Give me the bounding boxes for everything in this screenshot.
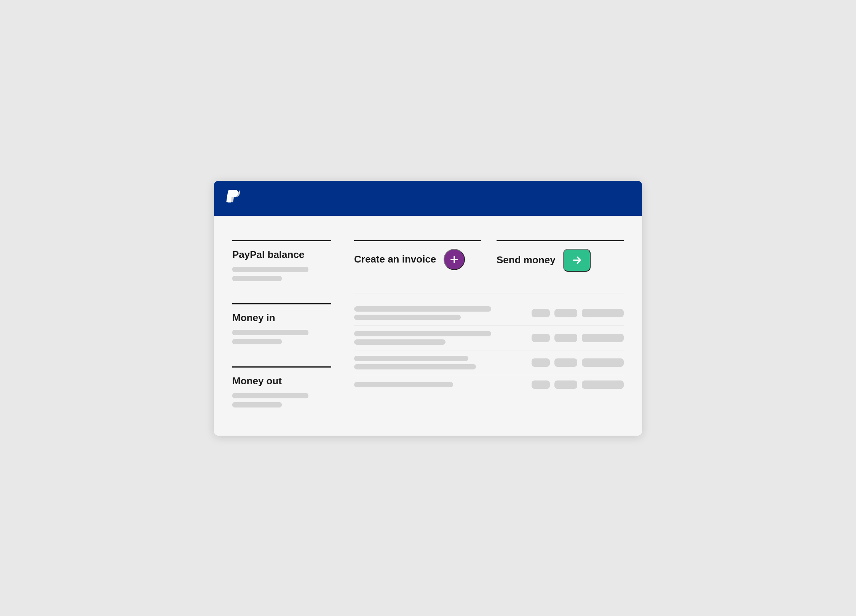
transaction-meta xyxy=(532,309,624,317)
money-in-skeleton-2 xyxy=(232,339,282,344)
money-in-section: Money in xyxy=(232,294,339,357)
money-out-section: Money out xyxy=(232,357,339,420)
main-content: PayPal balance Money in Money out xyxy=(214,216,642,436)
card-gap xyxy=(481,231,497,281)
money-out-divider xyxy=(232,366,331,368)
balance-divider xyxy=(232,240,331,241)
tx-subtitle-skeleton xyxy=(354,339,446,345)
transaction-info xyxy=(354,382,524,387)
plus-icon xyxy=(449,254,460,265)
money-out-skeleton-2 xyxy=(232,402,282,407)
money-in-title: Money in xyxy=(232,312,339,324)
tx-amount-skeleton xyxy=(582,309,624,317)
tx-type-skeleton xyxy=(554,309,577,317)
balance-skeleton-1 xyxy=(232,267,308,272)
invoice-card-title-text: Create an invoice xyxy=(354,253,436,265)
transaction-meta xyxy=(532,380,624,389)
create-invoice-button[interactable] xyxy=(444,249,465,270)
table-row xyxy=(354,301,624,326)
send-card-title-row: Send money xyxy=(497,249,624,272)
header xyxy=(214,181,642,216)
money-out-skeleton-1 xyxy=(232,393,308,398)
tx-subtitle-skeleton xyxy=(354,315,461,320)
invoice-card-divider xyxy=(354,240,481,241)
transaction-meta xyxy=(532,358,624,367)
invoice-card-title-row: Create an invoice xyxy=(354,249,481,270)
transaction-list xyxy=(354,301,624,420)
transaction-info xyxy=(354,306,524,320)
tx-subtitle-skeleton xyxy=(354,364,476,369)
tx-title-skeleton xyxy=(354,331,491,336)
tx-type-skeleton xyxy=(554,334,577,342)
transaction-info xyxy=(354,356,524,369)
balance-skeleton-2 xyxy=(232,276,282,281)
transaction-info xyxy=(354,331,524,345)
transaction-meta xyxy=(532,334,624,342)
tx-title-skeleton xyxy=(354,382,453,387)
balance-title: PayPal balance xyxy=(232,249,339,261)
send-card-divider xyxy=(497,240,624,241)
balance-section: PayPal balance xyxy=(232,231,339,294)
money-in-divider xyxy=(232,303,331,304)
invoice-card: Create an invoice xyxy=(354,231,481,281)
tx-title-skeleton xyxy=(354,356,468,361)
tx-amount-skeleton xyxy=(582,380,624,389)
send-card-title-text: Send money xyxy=(497,254,556,266)
tx-status-skeleton xyxy=(532,309,550,317)
top-cards: Create an invoice Send money xyxy=(354,231,624,281)
tx-status-skeleton xyxy=(532,334,550,342)
tx-status-skeleton xyxy=(532,380,550,389)
money-out-title: Money out xyxy=(232,375,339,387)
table-row xyxy=(354,326,624,350)
content-separator xyxy=(354,293,624,293)
send-money-button[interactable] xyxy=(563,249,591,272)
table-row xyxy=(354,350,624,375)
paypal-logo-icon xyxy=(226,190,240,207)
money-in-skeleton-1 xyxy=(232,330,308,335)
right-content: Create an invoice Send money xyxy=(354,231,624,420)
tx-type-skeleton xyxy=(554,358,577,367)
browser-window: PayPal balance Money in Money out xyxy=(214,181,642,436)
tx-status-skeleton xyxy=(532,358,550,367)
tx-type-skeleton xyxy=(554,380,577,389)
send-money-card: Send money xyxy=(497,231,624,281)
tx-title-skeleton xyxy=(354,306,491,312)
tx-amount-skeleton xyxy=(582,334,624,342)
table-row xyxy=(354,375,624,394)
send-arrow-icon xyxy=(571,254,583,266)
left-sidebar: PayPal balance Money in Money out xyxy=(232,231,339,420)
tx-amount-skeleton xyxy=(582,358,624,367)
